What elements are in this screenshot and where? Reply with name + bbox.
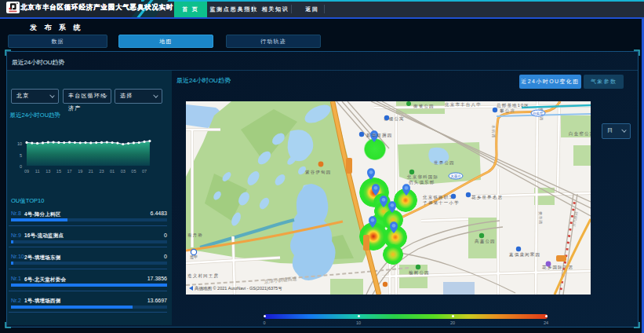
svg-text:花乡世界名居: 花乡世界名居 — [471, 195, 503, 200]
svg-text:北京市丰台八中: 北京市丰台八中 — [444, 102, 482, 108]
svg-text:01: 01 — [110, 169, 115, 174]
svg-text:北京华科国际: 北京华科国际 — [406, 174, 438, 180]
svg-text:世界公园: 世界公园 — [434, 160, 455, 166]
svg-text:09: 09 — [24, 169, 29, 174]
svg-text:11: 11 — [35, 169, 40, 174]
svg-text:蕙俱康闲家园: 蕙俱康闲家园 — [509, 252, 540, 258]
svg-text:0: 0 — [20, 164, 22, 169]
svg-text:白盆窑: 白盆窑 — [533, 112, 544, 115]
svg-text:19: 19 — [78, 169, 82, 174]
svg-text:仍头俱乐部: 仍头俱乐部 — [409, 180, 435, 185]
svg-text:15: 15 — [56, 169, 61, 174]
svg-text:10: 10 — [17, 141, 22, 146]
svg-text:紫谷伊甸园: 紫谷伊甸园 — [305, 170, 332, 175]
svg-text:13: 13 — [45, 169, 50, 174]
svg-text:看丹桥: 看丹桥 — [187, 232, 203, 238]
svg-text:高德地图 © 2021 AutoNavi - GS(2021: 高德地图 © 2021 AutoNavi - GS(2021)6375号 — [195, 286, 282, 291]
svg-text:05: 05 — [131, 169, 136, 174]
svg-text:高鑫公园: 高鑫公园 — [475, 239, 496, 244]
svg-text:榆树公园: 榆树公园 — [409, 270, 430, 276]
svg-text:攀公庄: 攀公庄 — [500, 108, 515, 113]
svg-text:白金窑公寓: 白金窑公寓 — [569, 131, 591, 137]
svg-text:丰科路: 丰科路 — [491, 125, 497, 139]
svg-text:子弟第十一小学: 子弟第十一小学 — [423, 200, 460, 205]
svg-text:03: 03 — [121, 169, 126, 174]
svg-text:23: 23 — [99, 169, 104, 174]
svg-text:造甲: 造甲 — [190, 254, 198, 259]
svg-text:大葆台: 大葆台 — [450, 174, 461, 178]
svg-text:5: 5 — [20, 153, 22, 158]
svg-text:17: 17 — [67, 169, 72, 174]
svg-text:北京铁路职工: 北京铁路职工 — [422, 195, 454, 200]
svg-text:07: 07 — [142, 169, 147, 174]
svg-text:樊羊路: 樊羊路 — [538, 211, 544, 225]
svg-text:21: 21 — [89, 169, 93, 174]
svg-text:御菜公园: 御菜公园 — [413, 104, 435, 109]
svg-text:造义村回王房: 造义村回王房 — [187, 273, 219, 279]
svg-text:新华双拥园: 新华双拥园 — [366, 133, 393, 138]
svg-text:总部基地10区: 总部基地10区 — [496, 103, 529, 108]
